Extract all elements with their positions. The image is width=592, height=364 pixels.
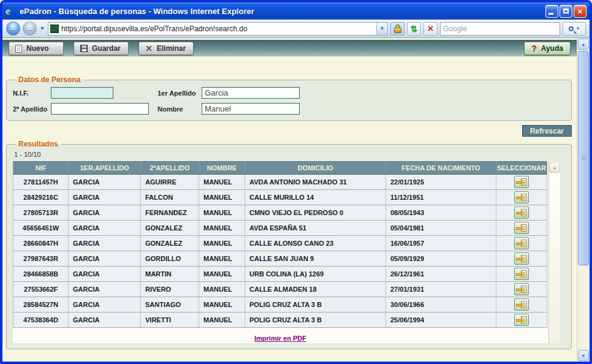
search-go-button[interactable]: ▼	[563, 22, 586, 36]
page-scrollbar[interactable]: ▲ ▼	[577, 38, 590, 362]
select-cell	[496, 190, 547, 205]
select-row-button[interactable]	[514, 191, 529, 203]
arrow-right-icon	[516, 227, 521, 230]
resultados-legend: Resultados	[15, 140, 61, 148]
nombre-input[interactable]	[202, 103, 300, 115]
select-row-button[interactable]	[514, 298, 529, 311]
table-cell: GONZALEZ	[141, 236, 199, 251]
title-bar: e ePadron - Búsqueda de personas - Windo…	[2, 2, 590, 20]
table-cell: 22/01/1925	[386, 175, 496, 190]
table-cell: CALLE SAN JUAN 9	[245, 251, 386, 267]
column-header: FECHA DE NACIMIENTO	[386, 162, 496, 175]
table-cell: GARCIA	[69, 236, 141, 251]
table-cell: MANUEL	[199, 236, 245, 251]
back-button[interactable]: ←	[6, 21, 20, 36]
table-header-row: NIF1ER.APELLIDO2ºAPELLIDONOMBREDOMICILIO…	[13, 162, 547, 175]
select-cell	[496, 175, 547, 190]
chevron-up-icon: ▲	[582, 42, 586, 47]
close-button[interactable]: ×	[574, 5, 586, 18]
table-cell: 28429216C	[13, 190, 69, 205]
arrow-right-icon	[516, 319, 521, 322]
select-cell	[496, 267, 547, 282]
print-row: Imprimir en PDF	[13, 332, 548, 343]
select-row-button[interactable]	[514, 237, 529, 249]
select-cell	[496, 251, 547, 267]
arrow-right-icon	[516, 197, 521, 199]
table-cell: CALLE MURILLO 14	[245, 190, 386, 205]
select-row-button[interactable]	[514, 222, 529, 234]
person-form: N.I.F. 1er Apellido 2º Apellido Nombre	[13, 87, 565, 115]
column-header: DOMICILIO	[245, 162, 386, 175]
scrollbar-thumb[interactable]	[578, 51, 589, 265]
refresh-row: Refrescar	[2, 125, 572, 137]
table-cell: 27553662F	[13, 282, 69, 297]
select-row-button[interactable]	[514, 176, 529, 188]
column-header: NOMBRE	[199, 162, 245, 175]
nif-label: N.I.F.	[13, 89, 51, 97]
table-cell: GARCIA	[69, 205, 141, 221]
table-cell: 27987643R	[13, 251, 69, 267]
minimize-button[interactable]	[545, 5, 558, 18]
table-cell: GARCIA	[69, 221, 141, 236]
table-cell: FERNANDEZ	[141, 205, 199, 221]
column-header: 2ºAPELLIDO	[141, 162, 199, 175]
apellido2-input[interactable]	[51, 103, 149, 115]
scroll-down-button[interactable]: ▼	[578, 350, 589, 361]
window-title: ePadron - Búsqueda de personas - Windows…	[20, 7, 545, 16]
web-search-input[interactable]	[443, 25, 557, 33]
table-cell: MANUEL	[199, 313, 245, 328]
results-scroll-up-button[interactable]: ▲	[549, 162, 560, 173]
guardar-button[interactable]: Guardar	[74, 42, 129, 55]
table-cell: POLIG CRUZ ALTA 3 B	[245, 297, 386, 313]
select-cell	[496, 236, 547, 251]
results-scrollbar[interactable]: ▲	[548, 161, 560, 343]
table-cell: AVDA ESPAÑA 51	[245, 221, 386, 236]
table-cell: MANUEL	[199, 297, 245, 313]
refrescar-button[interactable]: Refrescar	[522, 125, 572, 137]
imprimir-pdf-link[interactable]: Imprimir en PDF	[254, 335, 306, 342]
history-dropdown-icon[interactable]: ▼	[39, 26, 45, 31]
apellido1-label: 1er Apellido	[157, 89, 202, 97]
address-dropdown-button[interactable]: ▼	[376, 23, 387, 35]
table-row: 27987643RGARCIAGORDILLOMANUELCALLE SAN J…	[13, 251, 547, 267]
refresh-icon: ⇅	[411, 25, 418, 33]
web-search-container	[440, 22, 560, 36]
stop-button[interactable]: ×	[423, 22, 438, 36]
arrow-right-icon	[516, 181, 521, 184]
refresh-button[interactable]: ⇅	[407, 22, 421, 36]
nif-input[interactable]	[51, 87, 113, 99]
new-document-icon	[15, 45, 22, 53]
select-row-button[interactable]	[514, 252, 529, 265]
table-cell: SANTIAGO	[141, 297, 199, 313]
ayuda-button[interactable]: ? Ayuda	[524, 42, 571, 55]
browser-content: Nuevo Guardar ✕ Eliminar ? Ayuda Datos d…	[2, 38, 590, 362]
table-cell: 08/05/1943	[386, 205, 496, 221]
select-row-button[interactable]	[514, 314, 529, 326]
table-row: 28429216CGARCIAFALCONMANUELCALLE MURILLO…	[13, 190, 547, 205]
maximize-button[interactable]	[560, 5, 572, 18]
scroll-up-button[interactable]: ▲	[578, 39, 589, 50]
address-input[interactable]	[61, 23, 376, 34]
table-cell: GARCIA	[69, 251, 141, 267]
table-row: 27553662FGARCIARIVEROMANUELCALLE ALMADEN…	[13, 282, 547, 297]
table-cell: CALLE ALMADEN 18	[245, 282, 386, 297]
table-row: 28584527NGARCIASANTIAGOMANUELPOLIG CRUZ …	[13, 297, 547, 313]
select-row-button[interactable]	[514, 207, 529, 219]
table-cell: 28660847H	[13, 236, 69, 251]
table-cell: VIRETTI	[141, 313, 199, 328]
security-lock-button[interactable]	[390, 22, 404, 36]
table-cell: MARTIN	[141, 267, 199, 282]
table-cell: MANUEL	[199, 282, 245, 297]
forward-button[interactable]: →	[23, 21, 37, 36]
eliminar-button[interactable]: ✕ Eliminar	[139, 42, 194, 55]
table-cell: FALCON	[141, 190, 199, 205]
apellido1-input[interactable]	[202, 87, 300, 99]
select-row-button[interactable]	[514, 268, 529, 280]
nuevo-button[interactable]: Nuevo	[9, 42, 64, 55]
table-cell: 25/06/1994	[386, 313, 496, 328]
apellido2-label: 2º Apellido	[13, 105, 51, 113]
select-row-button[interactable]	[514, 283, 529, 295]
maximize-icon	[563, 9, 569, 13]
arrow-right-icon	[516, 289, 521, 291]
browser-window: e ePadron - Búsqueda de personas - Windo…	[0, 0, 592, 364]
